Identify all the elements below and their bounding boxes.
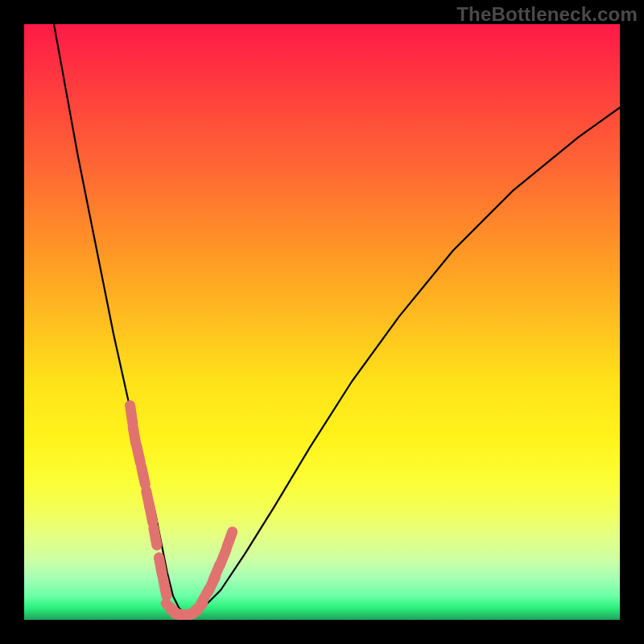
watermark-text: TheBottleneck.com — [456, 3, 638, 26]
chart-svg — [24, 24, 620, 620]
svg-line-0 — [130, 406, 133, 423]
svg-line-3 — [142, 467, 146, 485]
svg-line-8 — [163, 579, 167, 597]
svg-line-7 — [159, 558, 162, 576]
plot-area — [24, 24, 620, 620]
svg-line-5 — [150, 506, 153, 523]
svg-line-13 — [227, 532, 233, 547]
svg-line-12 — [220, 550, 226, 565]
svg-line-2 — [137, 446, 141, 464]
svg-line-19 — [193, 604, 203, 613]
bottleneck-curve — [54, 24, 620, 614]
salmon-markers — [130, 406, 233, 617]
svg-line-6 — [154, 528, 157, 546]
